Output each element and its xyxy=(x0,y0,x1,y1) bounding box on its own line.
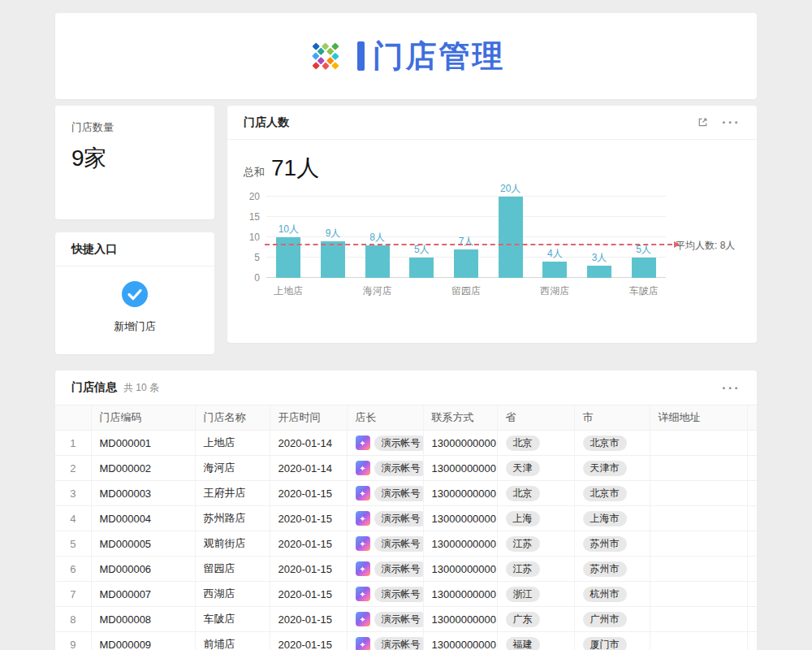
manager-avatar: ✦ xyxy=(356,536,370,551)
manager-name: 演示帐号 xyxy=(374,461,424,476)
manager-avatar: ✦ xyxy=(356,436,370,450)
bar-9[interactable]: 5人 xyxy=(632,258,656,278)
store-code-cell: MD000008 xyxy=(91,607,195,632)
x-tick-label xyxy=(577,284,622,298)
open-date-cell: 2020-01-15 xyxy=(270,557,347,582)
store-name-cell: 上地店 xyxy=(195,431,270,456)
table-row[interactable]: 5MD000005观前街店2020-01-15✦演示帐号13000000000江… xyxy=(55,531,757,557)
table-card-actions: ··· xyxy=(722,381,741,395)
row-index: 7 xyxy=(55,582,91,607)
bar-4[interactable]: 5人 xyxy=(409,258,434,278)
chart-summary: 总和 71人 xyxy=(227,140,757,184)
manager-avatar: ✦ xyxy=(356,587,370,601)
add-store-button[interactable]: 新增门店 xyxy=(55,280,214,334)
table-row[interactable]: 4MD000004苏州路店2020-01-15✦演示帐号13000000000上… xyxy=(55,506,757,531)
bar-6[interactable]: 20人 xyxy=(499,197,523,278)
store-manager-cell: ✦演示帐号 xyxy=(347,481,423,506)
city-cell: 杭州市 xyxy=(574,582,650,607)
table-row[interactable]: 9MD000009前埔店2020-01-15✦演示帐号13000000000福建… xyxy=(55,632,757,650)
manager-avatar: ✦ xyxy=(356,561,370,576)
chart-x-axis: 上地店海河店留园店西湖店车陂店 xyxy=(266,284,666,298)
store-code-cell: MD000004 xyxy=(91,506,195,531)
store-name-cell: 前埔店 xyxy=(195,632,270,650)
address-cell xyxy=(650,531,747,557)
store-name-cell: 西湖店 xyxy=(195,582,270,607)
table-row[interactable]: 1MD000001上地店2020-01-14✦演示帐号13000000000北京… xyxy=(55,431,757,456)
city-badge: 北京市 xyxy=(583,436,627,451)
table-row[interactable]: 8MD000008车陂店2020-01-15✦演示帐号13000000000广东… xyxy=(55,607,757,632)
address-cell xyxy=(650,456,747,481)
row-index: 8 xyxy=(55,607,91,632)
table-more-icon[interactable]: ··· xyxy=(722,381,741,395)
store-code-cell: MD000003 xyxy=(91,481,195,506)
bar-5[interactable]: 7人 xyxy=(454,249,478,278)
manager-chip: ✦演示帐号 xyxy=(356,587,415,602)
table-count: 共 10 条 xyxy=(123,381,159,395)
row-index: 4 xyxy=(55,506,91,531)
city-cell: 苏州市 xyxy=(574,557,650,582)
table-row[interactable]: 3MD000003王府井店2020-01-15✦演示帐号13000000000北… xyxy=(55,481,757,506)
open-date-cell: 2020-01-15 xyxy=(270,582,347,607)
x-tick-label: 西湖店 xyxy=(533,284,577,298)
y-tick-label: 15 xyxy=(249,211,260,223)
manager-chip: ✦演示帐号 xyxy=(356,612,415,627)
contact-phone-cell: 13000000000 xyxy=(423,456,497,481)
city-badge: 厦门市 xyxy=(583,637,627,650)
column-header: 门店编码 xyxy=(91,405,195,431)
province-badge: 北京 xyxy=(506,436,540,451)
row-index: 3 xyxy=(55,481,91,506)
app-logo-icon xyxy=(307,37,344,75)
bar-2[interactable]: 9人 xyxy=(321,241,345,278)
open-date-cell: 2020-01-15 xyxy=(270,531,347,557)
province-cell: 福建 xyxy=(497,632,574,650)
manager-chip: ✦演示帐号 xyxy=(356,637,415,650)
store-manager-cell: ✦演示帐号 xyxy=(347,531,423,557)
more-icon[interactable]: ··· xyxy=(722,115,741,129)
table-right-gutter-header xyxy=(747,405,757,431)
bar-slot: 4人 xyxy=(533,197,577,278)
bar-8[interactable]: 3人 xyxy=(587,266,611,278)
column-header: 店长 xyxy=(347,405,423,431)
table-body: 1MD000001上地店2020-01-14✦演示帐号13000000000北京… xyxy=(55,431,757,650)
x-tick-label: 留园店 xyxy=(444,284,489,298)
store-manager-cell: ✦演示帐号 xyxy=(347,582,423,607)
x-tick-label: 海河店 xyxy=(355,284,400,298)
y-tick-label: 20 xyxy=(249,191,260,202)
x-tick-label xyxy=(311,284,356,298)
table-card-title: 门店信息 xyxy=(71,380,117,395)
open-date-cell: 2020-01-14 xyxy=(270,431,347,456)
manager-name: 演示帐号 xyxy=(374,486,424,501)
city-cell: 苏州市 xyxy=(574,531,650,557)
bar-value-label: 9人 xyxy=(326,227,341,240)
manager-avatar: ✦ xyxy=(356,511,370,526)
table-right-gutter xyxy=(747,632,757,650)
y-tick-label: 10 xyxy=(249,232,260,243)
open-date-cell: 2020-01-15 xyxy=(270,607,347,632)
contact-phone-cell: 13000000000 xyxy=(423,531,497,557)
table-row[interactable]: 7MD000007西湖店2020-01-15✦演示帐号13000000000浙江… xyxy=(55,582,757,607)
bar-value-label: 3人 xyxy=(592,251,607,265)
manager-name: 演示帐号 xyxy=(374,436,424,451)
bar-3[interactable]: 8人 xyxy=(365,245,390,278)
manager-chip: ✦演示帐号 xyxy=(356,436,415,451)
bar-7[interactable]: 4人 xyxy=(542,262,567,278)
province-cell: 广东 xyxy=(497,607,574,632)
expand-icon[interactable] xyxy=(697,116,709,128)
y-tick-label: 5 xyxy=(254,252,260,263)
header-card: 门店管理 xyxy=(55,13,757,99)
city-cell: 厦门市 xyxy=(574,632,650,650)
city-badge: 苏州市 xyxy=(583,561,627,577)
table-row[interactable]: 2MD000002海河店2020-01-14✦演示帐号13000000000天津… xyxy=(55,456,757,481)
manager-chip: ✦演示帐号 xyxy=(356,536,415,552)
table-right-gutter xyxy=(747,607,757,632)
column-header: 省 xyxy=(497,405,574,431)
manager-avatar: ✦ xyxy=(356,637,370,650)
table-row[interactable]: 6MD000006留园店2020-01-15✦演示帐号13000000000江苏… xyxy=(55,557,757,582)
province-badge: 广东 xyxy=(506,612,540,627)
address-cell xyxy=(650,431,747,456)
store-name-cell: 观前街店 xyxy=(195,531,270,557)
chart-card-title: 门店人数 xyxy=(244,115,289,130)
store-code-cell: MD000001 xyxy=(91,431,195,456)
store-manager-cell: ✦演示帐号 xyxy=(347,632,423,650)
address-cell xyxy=(650,582,747,607)
